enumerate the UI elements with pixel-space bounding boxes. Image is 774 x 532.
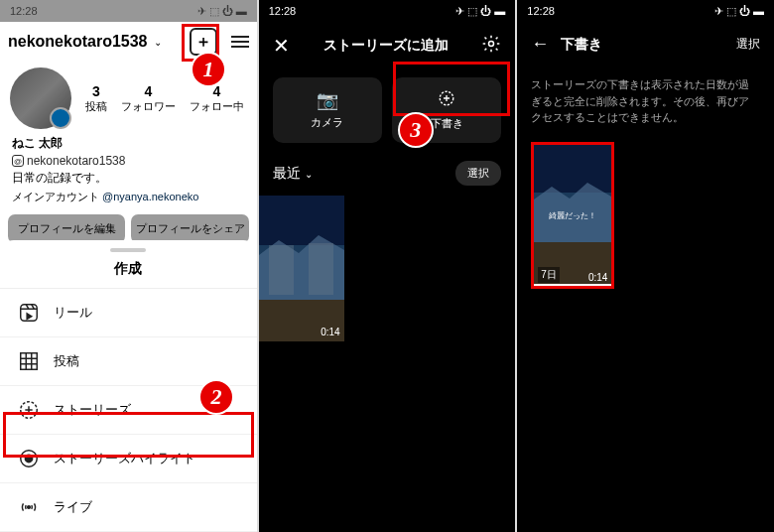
sheet-title: 作成 — [0, 256, 257, 289]
page-title: 下書き — [561, 36, 602, 54]
close-icon[interactable]: ✕ — [273, 34, 290, 58]
media-duration: 0:14 — [321, 327, 339, 337]
svg-rect-11 — [534, 145, 611, 193]
draft-text-overlay: 綺麗だった！ — [549, 209, 596, 220]
statusbar: 12:28 ✈ ⬚ ⏻ ▬ — [517, 0, 774, 22]
stat-following[interactable]: 4フォロー中 — [190, 83, 244, 114]
reel-icon — [18, 302, 40, 324]
svg-point-5 — [28, 506, 31, 509]
threads-link[interactable]: @nekonekotaro1538 — [12, 154, 245, 168]
select-button[interactable]: 選択 — [455, 161, 501, 186]
username[interactable]: nekonekotaro1538 — [8, 33, 148, 51]
media-thumb[interactable]: 0:14 — [259, 196, 344, 341]
tab-camera[interactable]: 📷 カメラ — [273, 77, 382, 143]
bio: 日常の記録です。 — [12, 170, 245, 187]
gear-icon[interactable] — [481, 34, 501, 58]
select-button[interactable]: 選択 — [736, 36, 760, 53]
recent-dropdown[interactable]: 最近 ⌄ — [273, 165, 313, 183]
screen-drafts: 12:28 ✈ ⬚ ⏻ ▬ ← 下書き 選択 ストーリーズの下書きは表示された日… — [517, 0, 774, 532]
share-profile-button[interactable]: プロフィールをシェア — [131, 214, 248, 243]
statusbar: 12:28 ✈ ⬚ ⏻ ▬ — [259, 0, 516, 22]
display-name: ねこ 太郎 — [12, 135, 245, 152]
account-link[interactable]: @nyanya.nekoneko — [102, 191, 198, 202]
callout-2: 2 — [198, 379, 234, 415]
page-title: ストーリーズに追加 — [323, 37, 449, 55]
camera-icon: 📷 — [279, 89, 376, 111]
draft-days: 7日 — [538, 267, 560, 283]
story-icon — [18, 399, 40, 421]
sheet-item-live[interactable]: ライブ — [0, 483, 257, 532]
screen-profile: 12:28 ✈ ⬚ ⏻ ▬ nekonekotaro1538 ⌄ ＋ 3投稿 4… — [0, 0, 257, 532]
callout-3: 3 — [398, 112, 434, 148]
sheet-handle[interactable] — [110, 248, 146, 252]
avatar[interactable] — [10, 67, 71, 129]
svg-rect-8 — [259, 196, 344, 245]
draft-icon — [398, 89, 495, 112]
hamburger-icon[interactable] — [231, 36, 249, 48]
callout-1: 1 — [191, 52, 226, 87]
back-arrow-icon[interactable]: ← — [531, 34, 549, 55]
screen-add-story: 12:28 ✈ ⬚ ⏻ ▬ ✕ ストーリーズに追加 📷 カメラ 下書き 最近 ⌄… — [259, 0, 516, 532]
live-icon — [18, 496, 40, 518]
stat-posts[interactable]: 3投稿 — [85, 83, 107, 114]
edit-profile-button[interactable]: プロフィールを編集 — [8, 214, 125, 243]
highlight-icon — [18, 448, 40, 469]
svg-point-6 — [489, 42, 494, 47]
grid-icon — [18, 350, 40, 372]
svg-rect-1 — [21, 353, 38, 370]
draft-message: ストーリーズの下書きは表示された日数が過ぎると完全に削除されます。その後、再びア… — [517, 66, 774, 136]
svg-point-4 — [25, 455, 32, 462]
sheet-item-reel[interactable]: リール — [0, 289, 257, 337]
progress-bar — [534, 284, 611, 286]
stat-followers[interactable]: 4フォロワー — [121, 83, 176, 114]
draft-thumb[interactable]: 綺麗だった！ 7日 0:14 — [531, 142, 614, 289]
chevron-down-icon: ⌄ — [305, 169, 313, 180]
statusbar: 12:28 ✈ ⬚ ⏻ ▬ — [0, 0, 257, 22]
sheet-item-highlight[interactable]: ストーリーズハイライト — [0, 435, 257, 483]
draft-duration: 0:14 — [588, 272, 607, 283]
chevron-down-icon: ⌄ — [154, 37, 162, 48]
